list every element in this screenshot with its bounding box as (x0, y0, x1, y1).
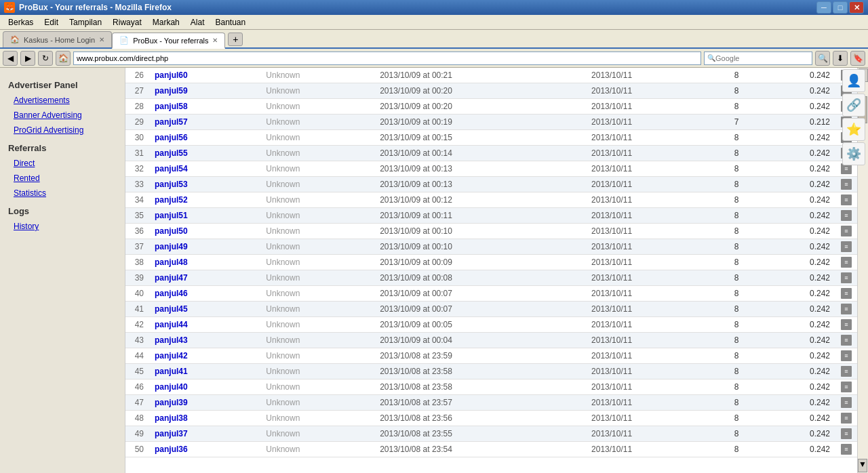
home-button[interactable]: 🏠 (56, 51, 71, 66)
row-username[interactable]: panjul48 (149, 255, 260, 270)
row-info[interactable]: ≡ (835, 302, 857, 317)
row-info[interactable]: ≡ (835, 286, 857, 302)
row-info[interactable]: ≡ (835, 208, 857, 224)
minimize-button[interactable]: ─ (816, 1, 831, 14)
row-info[interactable]: ≡ (835, 442, 857, 457)
row-username[interactable]: panjul46 (149, 286, 260, 302)
back-button[interactable]: ◀ (3, 51, 18, 66)
tab-probux[interactable]: 📄 ProBux - Your referrals ✕ (112, 33, 225, 49)
sidebar-item-banner[interactable]: Banner Advertising (0, 108, 125, 123)
star-icon[interactable]: ⭐ (842, 118, 865, 141)
row-username[interactable]: panjul51 (149, 208, 260, 224)
search-button[interactable]: 🔍 (815, 51, 830, 66)
row-info[interactable]: ≡ (835, 192, 857, 208)
table-row: 31 panjul55 Unknown 2013/10/09 at 00:14 … (125, 146, 857, 161)
row-info[interactable]: ≡ (835, 395, 857, 411)
row-username[interactable]: panjul44 (149, 317, 260, 333)
row-info[interactable]: ≡ (835, 411, 857, 426)
row-status: Unknown (260, 130, 374, 146)
row-info[interactable]: ≡ (835, 379, 857, 395)
sidebar-item-rented[interactable]: Rented (0, 171, 125, 186)
row-info[interactable]: ≡ (835, 426, 857, 442)
sidebar-item-advertisements[interactable]: Advertisements (0, 93, 125, 108)
info-icon[interactable]: ≡ (841, 350, 852, 361)
close-button[interactable]: ✕ (849, 1, 864, 14)
info-icon[interactable]: ≡ (841, 272, 852, 283)
menu-tampilan[interactable]: Tampilan (64, 16, 107, 28)
new-tab-button[interactable]: + (228, 33, 243, 46)
download-button[interactable]: ⬇ (833, 51, 848, 66)
row-info[interactable]: ≡ (835, 239, 857, 255)
info-icon[interactable]: ≡ (841, 304, 852, 314)
row-username[interactable]: panjul59 (149, 83, 260, 99)
info-icon[interactable]: ≡ (841, 194, 852, 205)
scroll-down-button[interactable]: ▼ (858, 459, 867, 472)
menu-edit[interactable]: Edit (39, 16, 64, 28)
address-input[interactable] (73, 52, 701, 65)
row-username[interactable]: panjul43 (149, 333, 260, 348)
row-info[interactable]: ≡ (835, 255, 857, 270)
row-username[interactable]: panjul55 (149, 146, 260, 161)
bookmark-button[interactable]: 🔖 (850, 51, 865, 66)
row-info[interactable]: ≡ (835, 348, 857, 364)
row-username[interactable]: panjul39 (149, 395, 260, 411)
info-icon[interactable]: ≡ (841, 366, 852, 377)
menu-berkas[interactable]: Berkas (3, 16, 39, 28)
row-info[interactable]: ≡ (835, 177, 857, 192)
row-info[interactable]: ≡ (835, 270, 857, 286)
menu-riwayat[interactable]: Riwayat (107, 16, 147, 28)
info-icon[interactable]: ≡ (841, 382, 852, 392)
row-username[interactable]: panjul56 (149, 130, 260, 146)
sidebar-item-direct[interactable]: Direct (0, 156, 125, 171)
info-icon[interactable]: ≡ (841, 226, 852, 236)
sidebar-item-progrid[interactable]: ProGrid Advertising (0, 123, 125, 138)
sidebar-item-statistics[interactable]: Statistics (0, 186, 125, 201)
row-info[interactable]: ≡ (835, 364, 857, 379)
row-info[interactable]: ≡ (835, 333, 857, 348)
row-username[interactable]: panjul58 (149, 99, 260, 115)
row-username[interactable]: panjul54 (149, 161, 260, 177)
row-username[interactable]: panjul53 (149, 177, 260, 192)
row-username[interactable]: panjul41 (149, 364, 260, 379)
info-icon[interactable]: ≡ (841, 179, 852, 190)
info-icon[interactable]: ≡ (841, 210, 852, 221)
info-icon[interactable]: ≡ (841, 428, 852, 439)
gear-icon[interactable]: ⚙️ (842, 142, 865, 165)
row-username[interactable]: panjul38 (149, 411, 260, 426)
tab-kaskus-close[interactable]: ✕ (99, 36, 104, 43)
tab-kaskus[interactable]: 🏠 Kaskus - Home Login ✕ (3, 31, 112, 47)
person-icon[interactable]: 👤 (842, 69, 865, 92)
info-icon[interactable]: ≡ (841, 413, 852, 424)
info-icon[interactable]: ≡ (841, 288, 852, 299)
info-icon[interactable]: ≡ (841, 335, 852, 346)
forward-button[interactable]: ▶ (20, 51, 35, 66)
info-icon[interactable]: ≡ (841, 444, 852, 455)
link-icon[interactable]: 🔗 (842, 94, 865, 117)
info-icon[interactable]: ≡ (841, 319, 852, 330)
row-username[interactable]: panjul40 (149, 379, 260, 395)
sidebar-item-history[interactable]: History (0, 219, 125, 234)
menu-markah[interactable]: Markah (147, 16, 185, 28)
row-info[interactable]: ≡ (835, 224, 857, 239)
tab-probux-close[interactable]: ✕ (212, 37, 218, 44)
row-username[interactable]: panjul52 (149, 192, 260, 208)
row-info[interactable]: ≡ (835, 317, 857, 333)
info-icon[interactable]: ≡ (841, 257, 852, 268)
reload-button[interactable]: ↻ (38, 51, 53, 66)
row-username[interactable]: panjul36 (149, 442, 260, 457)
search-input[interactable] (715, 54, 809, 62)
row-username[interactable]: panjul42 (149, 348, 260, 364)
row-username[interactable]: panjul57 (149, 115, 260, 130)
row-username[interactable]: panjul47 (149, 270, 260, 286)
row-username[interactable]: panjul60 (149, 68, 260, 83)
maximize-button[interactable]: □ (833, 1, 848, 14)
row-username[interactable]: panjul37 (149, 426, 260, 442)
menu-bantuan[interactable]: Bantuan (210, 16, 251, 28)
info-icon[interactable]: ≡ (841, 241, 852, 252)
menu-alat[interactable]: Alat (185, 16, 210, 28)
row-registered: 2013/10/08 at 23:55 (374, 426, 586, 442)
row-username[interactable]: panjul49 (149, 239, 260, 255)
info-icon[interactable]: ≡ (841, 397, 852, 408)
row-username[interactable]: panjul45 (149, 302, 260, 317)
row-username[interactable]: panjul50 (149, 224, 260, 239)
